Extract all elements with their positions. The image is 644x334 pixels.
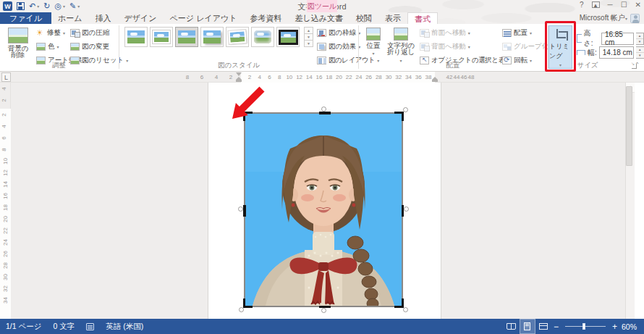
tab-8[interactable]: 表示 bbox=[378, 12, 407, 24]
picture-style-thumbnail-shadow[interactable] bbox=[200, 27, 224, 47]
web-layout-button[interactable] bbox=[535, 319, 551, 334]
h-ruler-number: 22 bbox=[346, 74, 352, 80]
tab-file[interactable]: ファイル bbox=[0, 12, 51, 24]
h-ruler-number: 8 bbox=[278, 74, 281, 80]
portrait-photo bbox=[245, 114, 402, 306]
crop-handle-left[interactable] bbox=[243, 205, 246, 217]
vertical-scrollbar[interactable]: ▲ bbox=[625, 83, 635, 319]
picture-style-thumbnail-soft[interactable] bbox=[251, 27, 274, 47]
zoom-level[interactable]: 60% bbox=[619, 322, 644, 331]
tab-6[interactable]: 差し込み文書 bbox=[288, 12, 349, 24]
crop-handle-bottom-left[interactable] bbox=[243, 298, 253, 308]
tab-7[interactable]: 校閲 bbox=[349, 12, 378, 24]
height-stepper[interactable]: ▲▼ bbox=[636, 33, 644, 45]
change-picture-button[interactable]: 図の変更 bbox=[70, 41, 109, 53]
crop-handle-right[interactable] bbox=[402, 205, 404, 217]
help-button[interactable]: ? bbox=[580, 1, 584, 9]
maximize-button[interactable]: ☐ bbox=[621, 1, 627, 9]
picture-style-thumbnail-simple[interactable] bbox=[124, 27, 148, 47]
tab-selector[interactable]: L bbox=[1, 72, 11, 82]
resize-handle-right[interactable] bbox=[404, 206, 409, 212]
wrap-text-icon bbox=[394, 28, 408, 41]
zoom-slider[interactable] bbox=[565, 326, 606, 327]
height-icon bbox=[577, 34, 582, 43]
picture-style-thumbnail-selected[interactable] bbox=[175, 27, 198, 47]
tab-1[interactable]: ホーム bbox=[51, 12, 89, 24]
tab-5[interactable]: 参考資料 bbox=[243, 12, 288, 24]
picture-style-thumbnail-black[interactable] bbox=[276, 27, 300, 47]
group-objects-icon bbox=[502, 43, 512, 51]
compress-pictures-button[interactable]: 図の圧縮 bbox=[70, 27, 109, 39]
ribbon-display-options-icon[interactable]: ▴ bbox=[592, 1, 600, 8]
align-button[interactable]: 配置▾ bbox=[502, 27, 532, 39]
vertical-ruler[interactable]: 42246810121416182022242628303234 bbox=[0, 83, 11, 319]
crop-handle-bottom[interactable] bbox=[319, 306, 331, 309]
resize-handle-top-right[interactable] bbox=[403, 107, 408, 112]
tab-4[interactable]: ページ レイアウト bbox=[164, 12, 244, 24]
zoom-slider-thumb[interactable] bbox=[582, 323, 585, 330]
group-objects-label: グループ化 bbox=[514, 42, 548, 51]
print-layout-button[interactable] bbox=[520, 319, 535, 334]
width-input[interactable]: 14.18 cm bbox=[599, 46, 634, 59]
zoom-out-button[interactable]: − bbox=[551, 322, 561, 332]
picture-style-thumbnail-white[interactable] bbox=[150, 27, 173, 47]
tab-9[interactable]: 書式 bbox=[407, 12, 438, 24]
zoom-in-button[interactable]: + bbox=[610, 322, 619, 332]
v-ruler-number: 6 bbox=[1, 136, 7, 139]
v-ruler-number: 4 bbox=[1, 87, 7, 90]
minimize-button[interactable]: ─ bbox=[608, 1, 613, 9]
resize-handle-left[interactable] bbox=[238, 206, 243, 212]
styles-more-icon[interactable]: ▼ bbox=[304, 40, 313, 47]
corrections-button[interactable]: 修整▾ bbox=[36, 27, 65, 39]
word-count[interactable]: 0 文字 bbox=[48, 319, 81, 334]
position-button[interactable]: 位置 ▾ bbox=[363, 25, 384, 58]
collapse-ribbon-icon[interactable]: ⌃ bbox=[632, 60, 643, 70]
v-ruler-number: 18 bbox=[2, 204, 9, 211]
resize-handle-bottom-right[interactable] bbox=[403, 307, 408, 312]
scrollbar-thumb[interactable] bbox=[626, 86, 632, 166]
selected-picture[interactable] bbox=[244, 112, 403, 307]
tab-2[interactable]: 挿入 bbox=[89, 12, 118, 24]
left-indent-marker[interactable] bbox=[236, 80, 242, 82]
picture-effects-button[interactable]: 図の効果▾ bbox=[317, 41, 360, 53]
h-ruler-number: 38 bbox=[425, 74, 432, 80]
v-ruler-number: 4 bbox=[1, 125, 7, 128]
close-button[interactable]: ✕ bbox=[635, 1, 641, 9]
h-ruler-number: 18 bbox=[326, 74, 332, 80]
account-control[interactable]: Microsoft 帐户 ▾ bbox=[580, 12, 640, 24]
color-button[interactable]: 色▾ bbox=[36, 41, 59, 53]
picture-border-button[interactable]: 図の枠線▾ bbox=[317, 27, 360, 39]
width-stepper[interactable]: ▲▼ bbox=[636, 46, 644, 59]
proofing-status[interactable] bbox=[80, 319, 100, 334]
page-indicator[interactable]: 1/1 ページ bbox=[0, 319, 48, 334]
align-icon bbox=[502, 29, 512, 37]
first-line-indent-marker[interactable] bbox=[236, 72, 242, 76]
resize-handle-bottom[interactable] bbox=[321, 308, 326, 313]
h-ruler-number: 10 bbox=[286, 74, 292, 80]
height-input[interactable]: 16.85 cm bbox=[601, 33, 634, 45]
resize-handle-top[interactable] bbox=[321, 107, 326, 112]
v-ruler-number: 2 bbox=[1, 113, 7, 116]
h-ruler-number: 46 bbox=[461, 74, 467, 80]
styles-gallery-scroll: ▲ ▼ ▼ bbox=[304, 27, 313, 46]
h-ruler-number: 30 bbox=[386, 74, 392, 80]
group-label-picture-styles: 図のスタイル bbox=[120, 61, 357, 70]
tab-3[interactable]: デザイン bbox=[118, 12, 164, 24]
group-label-size: サイズ bbox=[548, 61, 627, 70]
crop-handle-top[interactable] bbox=[319, 112, 331, 114]
web-layout-icon bbox=[539, 323, 548, 330]
right-indent-marker[interactable] bbox=[432, 80, 438, 82]
remove-background-button[interactable]: 背景の 削除 bbox=[3, 25, 33, 59]
picture-style-thumbnail-tilt[interactable] bbox=[226, 27, 249, 47]
v-ruler-number: 10 bbox=[2, 158, 9, 164]
h-ruler-number: 2 bbox=[248, 74, 251, 80]
crop-handle-bottom-right[interactable] bbox=[394, 298, 404, 308]
language-indicator[interactable]: 英語 (米国) bbox=[100, 319, 149, 334]
resize-handle-bottom-left[interactable] bbox=[239, 307, 244, 312]
crop-handle-top-right[interactable] bbox=[394, 112, 404, 121]
wrap-text-button[interactable]: 文字列の 折り返し ▾ bbox=[386, 25, 415, 65]
horizontal-ruler[interactable]: 8642246810121416182022242628303234363842… bbox=[0, 72, 644, 83]
corrections-caret-icon: ▾ bbox=[63, 30, 65, 36]
read-mode-button[interactable] bbox=[504, 319, 520, 334]
bring-forward-button: 前面へ移動▾ bbox=[420, 27, 470, 39]
